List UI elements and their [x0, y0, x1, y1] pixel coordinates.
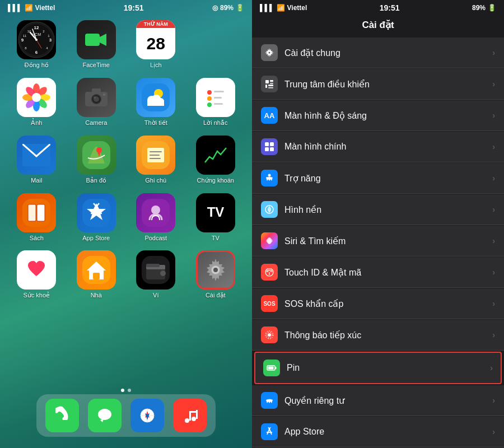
svg-point-100 [192, 417, 196, 421]
app-settings[interactable]: Cài đặt [190, 250, 241, 299]
settings-icon-battery [263, 360, 280, 376]
settings-label-homescreen: Màn hình chính [284, 142, 492, 152]
left-time: 19:51 [124, 3, 144, 12]
app-podcasts[interactable]: Podcast [130, 193, 181, 241]
app-wallet[interactable]: Ví [130, 250, 181, 299]
settings-item-accessibility[interactable]: Trợ năng › [252, 163, 504, 194]
settings-label-battery: Pin [287, 363, 490, 373]
app-facetime[interactable]: FaceTime [71, 20, 122, 69]
svg-point-122 [268, 333, 271, 337]
settings-label-display: Màn hình & Độ sáng [284, 110, 492, 121]
settings-item-sos[interactable]: SOS SOS khẩn cấp › [252, 288, 504, 319]
svg-rect-56 [150, 155, 160, 156]
app-photos[interactable]: Ảnh [11, 78, 62, 127]
app-facetime-label: FaceTime [83, 62, 110, 68]
svg-point-43 [207, 90, 212, 95]
app-notes-label: Ghi chú [145, 177, 166, 184]
svg-text:11: 11 [23, 34, 27, 38]
settings-label-wallpaper: Hình nền [284, 204, 492, 215]
location-icon: ◎ [212, 4, 218, 12]
app-appstore[interactable]: App Store [71, 193, 122, 241]
svg-rect-110 [265, 85, 267, 88]
svg-rect-44 [214, 91, 224, 92]
app-books[interactable]: Sách [11, 193, 62, 241]
svg-text:6: 6 [35, 50, 38, 55]
app-weather[interactable]: Thời tiết [130, 78, 181, 127]
settings-icon-touchid [261, 264, 278, 281]
app-camera-label: Camera [85, 119, 107, 126]
settings-label-general: Cài đặt chung [284, 48, 492, 58]
chevron-wallpaper: › [492, 205, 495, 214]
battery-icon: 🔋 [236, 4, 244, 12]
settings-label-appstore: App Store [284, 427, 492, 437]
settings-item-wallpaper[interactable]: Hình nền › [252, 194, 504, 225]
svg-rect-61 [37, 204, 45, 221]
app-stocks[interactable]: Chứng khoán [190, 136, 241, 184]
settings-item-appstore[interactable]: App Store › [252, 417, 504, 447]
settings-icon-exposure [261, 326, 278, 343]
svg-rect-112 [268, 87, 273, 88]
settings-icon-siri [261, 232, 278, 249]
settings-item-general[interactable]: Cài đặt chung › [252, 38, 504, 68]
left-status-bar: ▌▌▌ 📶 Viettel 19:51 ◎ 89% 🔋 [0, 0, 252, 15]
right-time: 19:51 [380, 3, 400, 12]
app-mail-label: Mail [31, 177, 42, 184]
dock-phone[interactable] [45, 399, 79, 432]
settings-item-battery[interactable]: Pin › [254, 352, 502, 384]
app-maps[interactable]: Bản đồ [71, 136, 122, 184]
settings-item-homescreen[interactable]: Màn hình chính › [252, 132, 504, 162]
dock-safari[interactable] [130, 399, 164, 432]
left-battery: ◎ 89% 🔋 [212, 4, 244, 12]
settings-item-siri[interactable]: Siri & Tìm kiếm › [252, 226, 504, 256]
svg-text:12: 12 [34, 25, 39, 30]
app-reminders[interactable]: Lời nhắc [190, 78, 241, 127]
right-carrier-area: ▌▌▌ 📶 Viettel [260, 4, 307, 12]
svg-rect-108 [270, 80, 273, 82]
app-home-label: Nhà [91, 292, 102, 298]
page-dot-1 [121, 389, 124, 392]
settings-item-touchid[interactable]: Touch ID & Mật mã › [252, 257, 504, 288]
right-battery: 89% 🔋 [472, 4, 496, 12]
settings-label-touchid: Touch ID & Mật mã [284, 267, 492, 278]
svg-rect-35 [103, 94, 105, 96]
settings-item-control[interactable]: Trung tâm điều khiển › [252, 69, 504, 100]
app-health-label: Sức khoẻ [23, 292, 50, 299]
chevron-privacy: › [492, 396, 495, 405]
chevron-battery: › [490, 363, 493, 372]
settings-icon-accessibility [261, 170, 278, 186]
svg-rect-46 [214, 97, 222, 99]
app-mail[interactable]: Mail [11, 136, 62, 184]
app-calendar[interactable]: THỨ NĂM 28 Lịch [130, 20, 181, 69]
app-podcasts-label: Podcast [144, 235, 167, 241]
app-maps-label: Bản đồ [86, 177, 106, 184]
settings-item-display[interactable]: AA Màn hình & Độ sáng › [252, 100, 504, 131]
app-home[interactable]: Nhà [71, 250, 122, 299]
right-panel: ▌▌▌ 📶 Viettel 19:51 89% 🔋 Cài đặt Cài đặ… [252, 0, 504, 448]
svg-point-16 [35, 39, 38, 41]
app-weather-label: Thời tiết [144, 119, 167, 127]
settings-group-1: Cài đặt chung › Trung tâm điều khiển › A… [252, 38, 504, 447]
svg-point-106 [269, 52, 270, 54]
svg-point-69 [151, 206, 160, 214]
settings-icon-privacy [261, 392, 278, 409]
dock-messages[interactable]: 💬 [88, 399, 122, 432]
chevron-control: › [492, 80, 495, 88]
app-camera[interactable]: Camera [71, 78, 122, 127]
app-notes[interactable]: Ghi chú [130, 136, 181, 184]
svg-point-82 [160, 270, 166, 276]
svg-rect-17 [85, 34, 100, 46]
settings-label-privacy: Quyền riêng tư [284, 395, 492, 406]
wifi-icon: 📶 [25, 4, 33, 12]
dock: 💬 [36, 394, 216, 437]
chevron-homescreen: › [492, 142, 495, 151]
page-dots [121, 389, 131, 392]
app-clock[interactable]: 12 3 6 9 10 2 4 8 11 1 HCM [11, 20, 62, 69]
app-health[interactable]: Sức khoẻ [11, 250, 62, 299]
svg-rect-126 [275, 367, 277, 369]
app-appstore-label: App Store [82, 235, 110, 241]
svg-point-99 [185, 418, 189, 423]
app-tv[interactable]: TV TV [190, 193, 241, 241]
settings-item-exposure[interactable]: Thông báo tiếp xúc › [252, 320, 504, 351]
dock-music[interactable] [173, 399, 207, 432]
settings-item-privacy[interactable]: Quyền riêng tư › [252, 385, 504, 416]
